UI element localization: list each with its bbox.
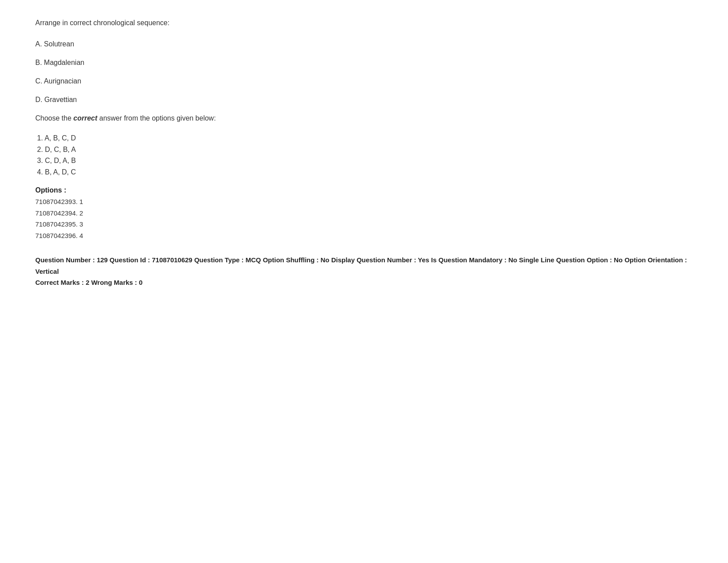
- answer-option-4-num: 4.: [37, 168, 45, 176]
- option-code-3: 71087042395. 3: [35, 219, 693, 230]
- choose-prefix: Choose the: [35, 114, 73, 122]
- choose-suffix: answer from the options given below:: [98, 114, 216, 122]
- option-b-label: B.: [35, 59, 44, 66]
- meta-info: Question Number : 129 Question Id : 7108…: [35, 254, 693, 288]
- option-a: A. Solutrean: [35, 39, 693, 49]
- answer-option-1-num: 1.: [37, 134, 45, 142]
- answer-option-2-num: 2.: [37, 146, 45, 153]
- option-code-4: 71087042396. 4: [35, 230, 693, 242]
- option-code-4-num: 4: [79, 232, 83, 239]
- option-a-label: A.: [35, 40, 44, 48]
- option-code-2: 71087042394. 2: [35, 208, 693, 219]
- answer-option-2-value: D, C, B, A: [45, 146, 76, 153]
- option-code-3-num: 3: [79, 220, 83, 228]
- answer-option-1-value: A, B, C, D: [45, 134, 76, 142]
- answer-option-3-value: C, D, A, B: [45, 157, 76, 164]
- question-text: Arrange in correct chronological sequenc…: [35, 18, 693, 28]
- option-code-2-num: 2: [79, 209, 83, 217]
- option-code-1-code: 71087042393.: [35, 198, 78, 205]
- answer-option-2: 2. D, C, B, A: [37, 144, 693, 155]
- option-a-value: Solutrean: [44, 40, 75, 48]
- answer-option-3: 3. C, D, A, B: [37, 155, 693, 166]
- option-b: B. Magdalenian: [35, 57, 693, 68]
- answer-option-3-num: 3.: [37, 157, 45, 164]
- option-code-1-num: 1: [79, 198, 83, 205]
- option-code-2-code: 71087042394.: [35, 209, 78, 217]
- answer-option-4: 4. B, A, D, C: [37, 166, 693, 178]
- choose-bold: correct: [73, 114, 97, 122]
- meta-line2: Correct Marks : 2 Wrong Marks : 0: [35, 277, 693, 288]
- option-d: D. Gravettian: [35, 94, 693, 105]
- option-code-1: 71087042393. 1: [35, 196, 693, 208]
- answer-option-1: 1. A, B, C, D: [37, 132, 693, 144]
- options-list: A. Solutrean B. Magdalenian C. Aurignaci…: [35, 39, 693, 105]
- meta-line1: Question Number : 129 Question Id : 7108…: [35, 254, 693, 277]
- choose-instruction: Choose the correct answer from the optio…: [35, 113, 693, 124]
- option-code-3-code: 71087042395.: [35, 220, 78, 228]
- option-d-label: D.: [35, 96, 44, 103]
- option-c: C. Aurignacian: [35, 76, 693, 87]
- option-code-4-code: 71087042396.: [35, 232, 78, 239]
- option-d-value: Gravettian: [44, 96, 77, 103]
- option-c-value: Aurignacian: [44, 77, 82, 85]
- question-container: Arrange in correct chronological sequenc…: [35, 18, 693, 288]
- option-c-label: C.: [35, 77, 44, 85]
- options-label: Options :: [35, 186, 693, 194]
- answer-options-list: 1. A, B, C, D 2. D, C, B, A 3. C, D, A, …: [35, 132, 693, 178]
- options-codes-section: Options : 71087042393. 1 71087042394. 2 …: [35, 186, 693, 241]
- answer-option-4-value: B, A, D, C: [45, 168, 76, 176]
- option-b-value: Magdalenian: [44, 59, 85, 66]
